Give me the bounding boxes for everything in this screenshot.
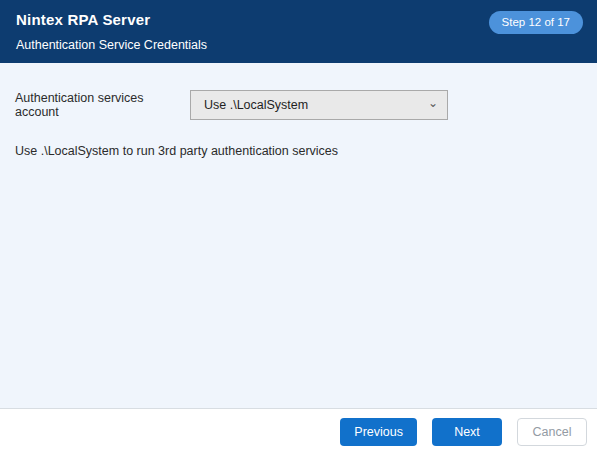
cancel-button[interactable]: Cancel [517,418,587,446]
account-description-text: Use .\LocalSystem to run 3rd party authe… [15,144,582,158]
step-title: Authentication Service Credentials [16,37,581,53]
step-progress-badge: Step 12 of 17 [489,11,583,34]
wizard-footer: Previous Next Cancel [0,408,597,454]
wizard-header: Nintex RPA Server Authentication Service… [0,0,597,63]
next-button[interactable]: Next [432,418,502,446]
wizard-content: Authentication services account Use .\Lo… [0,63,597,408]
account-form-row: Authentication services account Use .\Lo… [15,90,582,120]
account-select-label: Authentication services account [15,91,190,119]
installer-window: Nintex RPA Server Authentication Service… [0,0,597,454]
previous-button[interactable]: Previous [340,418,417,446]
authentication-account-selected-value: Use .\LocalSystem [204,98,308,112]
chevron-down-icon: ⌄ [428,98,438,108]
authentication-account-select[interactable]: Use .\LocalSystem ⌄ [190,90,448,120]
